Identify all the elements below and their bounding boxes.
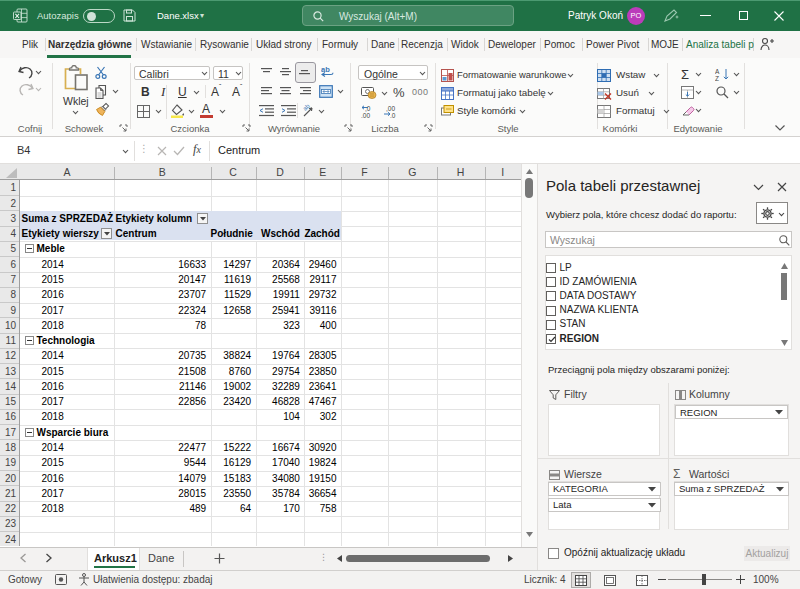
svg-text:,00: ,00 [361, 112, 370, 119]
svg-text:ab: ab [321, 65, 330, 74]
svg-text:Z: Z [715, 75, 719, 81]
svg-text:A: A [715, 68, 720, 75]
svg-text:,0: ,0 [390, 112, 396, 119]
